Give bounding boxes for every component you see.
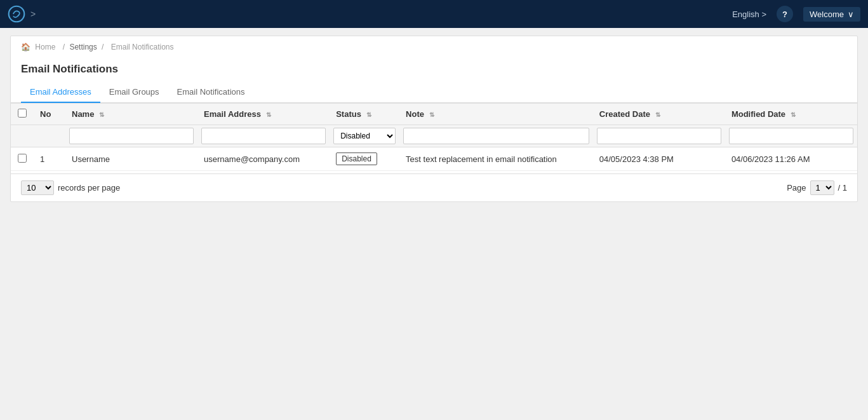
help-button[interactable]: ?	[777, 6, 793, 22]
welcome-label: Welcome	[810, 10, 844, 19]
welcome-chevron: ∨	[848, 10, 854, 19]
filter-email-cell	[197, 125, 330, 147]
row-checkbox-cell	[11, 147, 34, 171]
select-all-checkbox[interactable]	[18, 109, 27, 118]
filter-created-cell	[593, 125, 725, 147]
name-sort-icon: ⇅	[99, 111, 104, 118]
breadcrumb-home[interactable]: 🏠 Home	[21, 43, 58, 51]
th-email[interactable]: Email Address ⇅	[197, 104, 330, 125]
tab-email-groups[interactable]: Email Groups	[100, 82, 168, 103]
th-created[interactable]: Created Date ⇅	[593, 104, 725, 125]
welcome-menu[interactable]: Welcome ∨	[803, 7, 860, 22]
records-per-page: 10 25 50 100 records per page	[21, 180, 120, 195]
tab-email-notifications[interactable]: Email Notifications	[168, 82, 254, 103]
page-select[interactable]: 1	[810, 180, 834, 195]
navbar-right: English > ? Welcome ∨	[732, 6, 860, 22]
svg-point-0	[9, 6, 25, 22]
table-container: No Name ⇅ Email Address ⇅ Status ⇅	[11, 103, 857, 171]
page-title: Email Notifications	[11, 58, 857, 76]
table-header-row: No Name ⇅ Email Address ⇅ Status ⇅	[11, 104, 857, 125]
breadcrumb-current: Email Notifications	[111, 43, 174, 51]
breadcrumb-settings[interactable]: Settings	[69, 43, 97, 51]
status-badge: Disabled	[336, 152, 377, 165]
breadcrumb-sep1: /	[63, 43, 65, 51]
breadcrumb: 🏠 Home / Settings / Email Notifications	[11, 36, 857, 58]
th-name[interactable]: Name ⇅	[65, 104, 197, 125]
email-sort-icon: ⇅	[266, 111, 271, 118]
table-row: 1 Username username@company.com Disabled…	[11, 147, 857, 171]
th-note[interactable]: Note ⇅	[399, 104, 593, 125]
filter-name-input[interactable]	[69, 128, 194, 144]
row-checkbox[interactable]	[18, 154, 27, 163]
row-note: Test text replacement in email notificat…	[399, 147, 593, 171]
page-total: / 1	[838, 183, 847, 193]
filter-row: Disabled Enabled	[11, 125, 857, 147]
email-addresses-table: No Name ⇅ Email Address ⇅ Status ⇅	[11, 103, 857, 171]
row-name: Username	[65, 147, 197, 171]
row-email: username@company.com	[197, 147, 330, 171]
tab-email-addresses[interactable]: Email Addresses	[21, 82, 100, 103]
table-footer: 10 25 50 100 records per page Page 1 / 1	[11, 173, 857, 201]
filter-created-input[interactable]	[597, 128, 721, 144]
pagination: Page 1 / 1	[787, 180, 847, 195]
content-area: 🏠 Home / Settings / Email Notifications …	[10, 36, 858, 202]
nav-chevron: >	[30, 9, 36, 19]
filter-email-input[interactable]	[201, 128, 326, 144]
tabs-container: Email Addresses Email Groups Email Notif…	[11, 82, 857, 103]
row-no: 1	[34, 147, 65, 171]
filter-name-cell	[65, 125, 197, 147]
note-sort-icon: ⇅	[429, 111, 434, 118]
th-modified[interactable]: Modified Date ⇅	[725, 104, 857, 125]
filter-modified-input[interactable]	[729, 128, 853, 144]
filter-note-input[interactable]	[403, 128, 589, 144]
th-status[interactable]: Status ⇅	[330, 104, 399, 125]
filter-no-cell	[34, 125, 65, 147]
created-sort-icon: ⇅	[655, 111, 660, 118]
records-per-page-label: records per page	[58, 183, 120, 193]
app-logo[interactable]	[8, 5, 25, 23]
row-status: Disabled	[330, 147, 399, 171]
row-created: 04/05/2023 4:38 PM	[593, 147, 725, 171]
modified-sort-icon: ⇅	[791, 111, 796, 118]
filter-status-select[interactable]: Disabled Enabled	[333, 128, 396, 144]
th-checkbox	[11, 104, 34, 125]
filter-checkbox-cell	[11, 125, 34, 147]
row-modified: 04/06/2023 11:26 AM	[725, 147, 857, 171]
page-label: Page	[787, 183, 806, 193]
navbar: > English > ? Welcome ∨	[0, 0, 868, 28]
filter-status-cell: Disabled Enabled	[330, 125, 399, 147]
th-no: No	[34, 104, 65, 125]
filter-modified-cell	[725, 125, 857, 147]
language-selector[interactable]: English >	[732, 10, 766, 19]
status-sort-icon: ⇅	[366, 111, 371, 118]
breadcrumb-sep2: /	[102, 43, 103, 51]
records-per-page-select[interactable]: 10 25 50 100	[21, 180, 54, 195]
filter-note-cell	[399, 125, 593, 147]
